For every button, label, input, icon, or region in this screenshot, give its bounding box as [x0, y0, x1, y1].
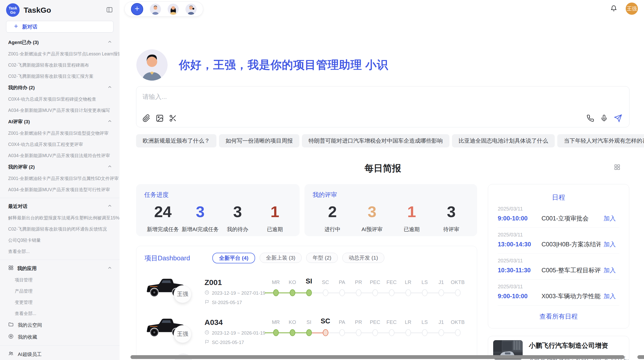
recent-chat-item[interactable]: 解释最新出台的欧盟报废车法规再生塑料比例被调至15%...	[0, 212, 120, 223]
logo-text-top: Task	[9, 6, 17, 10]
send-button[interactable]	[613, 114, 623, 124]
stat-value: 3	[431, 202, 471, 221]
user-avatar[interactable]: 王强	[626, 3, 638, 15]
milestone-dot	[339, 329, 345, 336]
paperclip-icon	[142, 114, 151, 123]
sidebar-task-item[interactable]: A034-全新新能源MUV产品开发项目计划变更表编写	[0, 105, 120, 116]
sidebar-group-header[interactable]: 我的评审 (2)	[0, 161, 120, 173]
sidebar-group-header[interactable]: 我的待办 (2)	[0, 82, 120, 94]
app-title: TaskGo	[24, 6, 105, 14]
my-apps-header[interactable]: 我的应用	[0, 262, 120, 274]
stat-label: 进行中	[313, 226, 352, 233]
agent-avatar-2[interactable]	[168, 4, 179, 15]
new-chat-button[interactable]: 新对话	[6, 21, 113, 33]
milestone-dot	[273, 289, 279, 296]
join-event-link[interactable]: 加入	[604, 214, 616, 222]
sidebar-group: 我的待办 (2)C0X4-动力总成开发项目SI里程碑提交物检查A034-全新新能…	[0, 82, 120, 116]
project-rows: 王强Z0012023-12-19 ~ 2027-01-19SI-2025-05-…	[136, 272, 477, 352]
recent-chat-item[interactable]: 查看全部...	[0, 246, 120, 257]
milestone-dot	[405, 329, 411, 336]
suggestion-chip[interactable]: 比亚迪全固态电池计划具体说了什么	[452, 134, 555, 147]
agent-avatar-3[interactable]	[185, 4, 197, 15]
join-event-link[interactable]: 加入	[604, 240, 616, 248]
milestone-dot	[438, 329, 444, 336]
recent-chat-item[interactable]: 公司Q3轻卡销量	[0, 235, 120, 246]
join-event-link[interactable]: 加入	[604, 292, 616, 300]
image-upload-button[interactable]	[155, 114, 164, 124]
sidebar-item-cloud[interactable]: 我的云空间	[0, 319, 120, 331]
notifications-button[interactable]	[609, 4, 619, 14]
milestone-label: FEC	[383, 319, 400, 325]
app-sub-item[interactable]: 项目管理	[0, 274, 120, 286]
stat-label: 新增完成任务	[144, 226, 182, 233]
milestone-dot	[323, 289, 328, 296]
suggestion-chip[interactable]: 如何写一份清晰的项目周报	[219, 134, 299, 147]
recent-chat-item[interactable]: C02-飞腾新能源轻客改款项目的闭环通告反馈情况	[0, 223, 120, 235]
project-dates: 2023-12-19 ~ 2027-01-19	[204, 290, 266, 296]
sidebar-task-item[interactable]: C0X4-动力总成开发项目SI里程碑提交物检查	[0, 94, 120, 105]
chevron-up-icon	[107, 84, 112, 91]
dashboard-tab[interactable]: 动总开发 (1)	[342, 253, 385, 263]
suggestion-chips: 欧洲新规最近颁布了什么？如何写一份清晰的项目周报特朗普可能对进口汽车增税会对中国…	[136, 134, 644, 147]
screenshot-button[interactable]	[168, 114, 178, 124]
milestone-dot	[356, 329, 361, 336]
milestone-dot	[455, 329, 461, 336]
image-icon	[156, 114, 164, 123]
attach-button[interactable]	[142, 114, 151, 124]
sidebar-collapse-button[interactable]	[105, 5, 114, 15]
add-agent-button[interactable]	[131, 3, 143, 15]
stat: 24新增完成任务	[144, 202, 182, 233]
suggestion-chip[interactable]: 欧洲新规最近颁布了什么？	[136, 134, 216, 147]
stat-value: 1	[256, 202, 294, 221]
milestone-dot	[323, 329, 328, 336]
stat-value: 1	[392, 202, 432, 221]
app-sub-item[interactable]: 变更管理	[0, 297, 120, 308]
sidebar-item-favorites[interactable]: 我的收藏	[0, 331, 120, 343]
sidebar-task-item[interactable]: C02-飞腾新能源轻客改款项目里程碑画布	[0, 59, 120, 71]
milestone-label: J1	[433, 279, 449, 285]
sidebar-task-item[interactable]: C02-飞腾新能源轻客改款项目立项汇报方案	[0, 71, 120, 82]
horizontal-scrollbar[interactable]	[130, 355, 624, 359]
project-image: 王强	[144, 312, 194, 351]
sidebar-task-item[interactable]: Z001-全新燃油轻卡产品开发项目SI造型提交物评审	[0, 128, 120, 139]
sidebar-task-item[interactable]: Z001-全新燃油皮卡产品开发项目SI节点Lesson Learn报告	[0, 48, 120, 59]
milestone-timeline: MRKOSISCPAPRPECFECLRLSJ1OKTB	[268, 312, 477, 352]
agent-avatar-1[interactable]	[150, 4, 161, 15]
dashboard-tab[interactable]: 全新平台 (4)	[212, 253, 255, 263]
milestone-label: PR	[350, 319, 367, 325]
message-composer[interactable]: 请输入...	[136, 86, 630, 127]
stat: 3新增AI完成任务	[182, 202, 219, 233]
recent-chats-header[interactable]: 最近对话	[0, 201, 120, 212]
chevron-up-icon	[107, 39, 112, 46]
suggestion-chip[interactable]: 当下年轻人对汽车外观有怎样的喜好趋势	[557, 134, 644, 147]
join-event-link[interactable]: 加入	[604, 266, 616, 274]
sidebar-task-item[interactable]: A034-全新新能源MUV产品开发项目造型可行性评审	[0, 184, 120, 195]
greeting-title: 你好，王强，我是你的项目管理助理 小识	[179, 57, 388, 72]
sidebar-task-item[interactable]: C0X4-动力总成开发项目工程变更评审	[0, 139, 120, 150]
view-all-schedule-link[interactable]: 查看所有日程	[498, 312, 619, 321]
project-row[interactable]: 王强A0342023-12-19 ~ 2026-01-19SC-2025-05-…	[136, 312, 477, 352]
app-sub-item[interactable]: 查看全部...	[0, 308, 120, 319]
microphone-button[interactable]	[600, 114, 608, 123]
sidebar-task-item[interactable]: Z001-全新燃油轻卡产品开发项目SI节点属性5D文件评审	[0, 173, 120, 184]
sidebar-group-header[interactable]: Agent已办 (3)	[0, 37, 120, 48]
project-row[interactable]: 王强Z0012023-12-19 ~ 2027-01-19SI-2025-05-…	[136, 272, 477, 312]
milestone-label: SI	[301, 277, 317, 285]
sidebar-tool-people-icon[interactable]: AI超级员工	[0, 348, 120, 360]
chevron-up-icon	[107, 203, 112, 210]
milestone-label: PEC	[367, 319, 383, 325]
sidebar-task-item[interactable]: A034-全新新能源MUV产品开发项目法规符合性评审	[0, 150, 120, 161]
news-title: 小鹏飞行汽车制造公司增资	[529, 341, 629, 350]
dashboard-tab[interactable]: 年型 (2)	[306, 253, 338, 263]
suggestion-chip[interactable]: 特朗普可能对进口汽车增税会对中国车企造成哪些影响	[302, 134, 449, 147]
stat: 2进行中	[313, 202, 352, 233]
dashboard-tab[interactable]: 全新上装 (3)	[260, 253, 302, 263]
stat-label: 已逾期	[256, 226, 294, 233]
app-sub-item[interactable]: 产品管理	[0, 286, 120, 297]
layout-toggle-button[interactable]	[613, 163, 622, 172]
event-time: 9:00-10:00	[498, 215, 541, 222]
sidebar-group-header[interactable]: AI评审 (3)	[0, 116, 120, 128]
voice-call-button[interactable]	[586, 114, 595, 123]
divider	[0, 346, 120, 346]
people-icon	[8, 351, 14, 358]
